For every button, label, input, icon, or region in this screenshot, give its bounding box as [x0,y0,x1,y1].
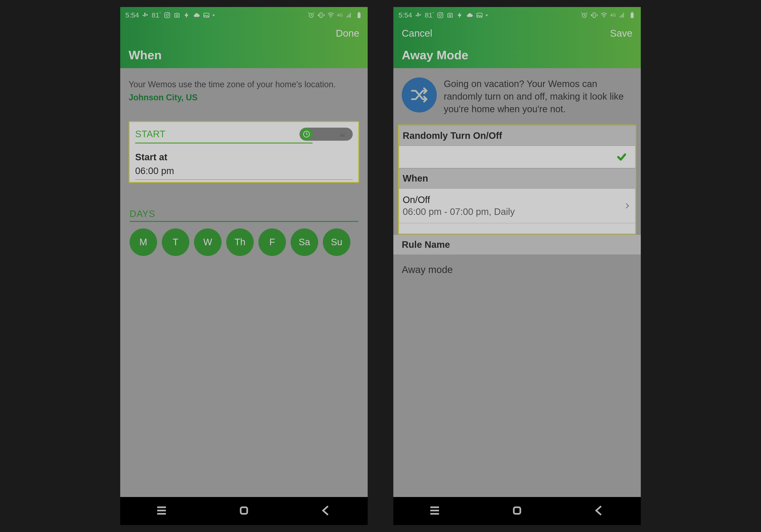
highlight-random-when: Randomly Turn On/Off When On/Off 06:00 p… [398,125,636,235]
day-tue[interactable]: T [162,229,189,256]
back-button[interactable] [593,504,606,518]
when-onoff-row[interactable]: On/Off 06:00 pm - 07:00 pm, Daily [399,188,635,223]
day-mon[interactable]: M [130,229,157,256]
home-button[interactable] [237,504,251,518]
svg-point-19 [604,17,604,18]
slack-icon [142,12,149,19]
page-title: When [129,48,359,62]
days-row: M T W Th F Sa Su [130,229,358,256]
svg-point-3 [176,15,178,17]
start-at-row[interactable]: Start at 06:00 pm [135,152,353,180]
body: Your Wemos use the time zone of your hom… [120,68,368,256]
home-location[interactable]: Johnson City, US [129,93,359,102]
status-time: 5:54 [398,11,412,19]
day-thu[interactable]: Th [226,229,254,256]
status-temp: 81° [425,11,434,19]
time-sun-toggle[interactable] [300,128,353,141]
svg-rect-20 [631,13,634,18]
signal-icon [346,12,353,19]
instagram-icon [437,12,444,19]
home-button[interactable] [510,504,524,518]
start-at-label: Start at [135,152,353,162]
recents-button[interactable] [155,504,168,518]
sunrise-icon [336,128,349,140]
onoff-label: On/Off [403,194,623,205]
recents-button[interactable] [428,504,441,518]
camera-icon [173,12,180,19]
more-dot-icon [213,14,214,16]
svg-rect-11 [241,507,247,514]
slack-icon [415,12,422,19]
alarm-icon [308,12,315,19]
day-wed[interactable]: W [194,229,221,256]
start-underline [135,142,313,143]
check-icon [616,152,627,162]
battery-icon [629,12,636,19]
alarm-icon [581,12,588,19]
random-selected-row[interactable] [399,146,635,168]
start-section-label: START [135,129,165,139]
svg-rect-9 [359,12,360,13]
cloud-icon [466,12,473,19]
clock-icon [300,128,313,140]
day-sun[interactable]: Su [323,229,350,256]
section-rulename-header: Rule Name [393,235,641,255]
svg-rect-22 [514,507,520,514]
vibrate-icon [591,12,598,19]
status-temp: 81° [151,11,161,19]
rulename-value[interactable]: Away mode [393,255,641,285]
battery-icon [356,12,363,19]
section-when-header: When [399,168,635,188]
cloud-icon [193,12,200,19]
day-fri[interactable]: F [259,229,286,256]
header: Cancel Save Away Mode [393,23,641,68]
vibrate-icon [318,12,324,19]
days-label: DAYS [130,209,358,219]
android-navbar [393,497,641,525]
intro-text: Going on vacation? Your Wemos can random… [444,78,632,115]
status-time: 5:54 [125,11,139,19]
cancel-button[interactable]: Cancel [402,28,432,39]
svg-point-7 [330,17,331,18]
header: Done When [120,23,368,68]
picture-icon [203,12,210,19]
section-random-header: Randomly Turn On/Off [399,126,635,146]
phone-away-mode: 5:54 81° 4G Cancel Save Away Mode [393,7,641,525]
status-net-label: 4G [610,13,616,18]
onoff-value: 06:00 pm - 07:00 pm, Daily [403,206,623,217]
timezone-desc: Your Wemos use the time zone of your hom… [129,79,359,90]
instagram-icon [164,12,171,19]
svg-rect-8 [358,13,361,18]
camera-icon [446,12,453,19]
page-title: Away Mode [402,48,632,62]
svg-rect-21 [632,12,633,13]
svg-point-1 [166,14,168,16]
intro: Going on vacation? Your Wemos can random… [393,68,641,125]
bolt-icon [456,12,463,19]
more-dot-icon [486,14,488,16]
shuffle-icon [402,78,437,113]
phone-when: 5:54 81° 4G Done When Your Wemos use the… [120,7,368,525]
svg-rect-6 [320,13,322,18]
picture-icon [476,12,483,19]
svg-point-13 [439,14,441,16]
wifi-icon [327,12,334,19]
status-net-label: 4G [337,13,343,18]
signal-icon [619,12,626,19]
bolt-icon [183,12,190,19]
status-bar: 5:54 81° 4G [393,7,641,23]
svg-point-14 [442,13,442,14]
days-section: DAYS M T W Th F Sa Su [129,209,359,256]
svg-point-15 [449,15,451,17]
wifi-icon [600,12,608,19]
start-at-value: 06:00 pm [135,166,353,176]
android-navbar [120,497,368,525]
slim-spacer [399,223,635,234]
start-card: START Start at 06:00 pm [129,121,359,183]
save-button[interactable]: Save [610,28,632,39]
back-button[interactable] [320,504,333,518]
day-sat[interactable]: Sa [291,229,318,256]
done-button[interactable]: Done [336,28,359,39]
svg-rect-18 [593,13,595,18]
chevron-right-icon [623,202,630,209]
